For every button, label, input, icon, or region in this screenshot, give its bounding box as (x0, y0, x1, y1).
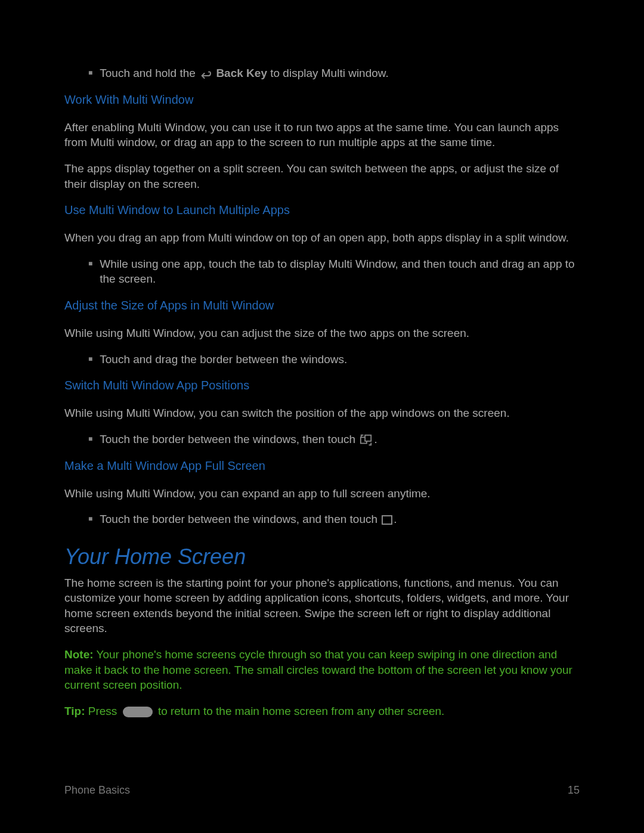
bullet-item: ■ Touch and hold the Back Key to display… (88, 66, 580, 81)
sub-heading: Make a Multi Window App Full Screen (64, 458, 580, 474)
body-text: The apps display together on a split scr… (64, 161, 580, 191)
bullet-marker: ■ (88, 434, 92, 447)
sub-heading: Switch Multi Window App Positions (64, 377, 580, 394)
bullet-text: Touch and hold the Back Key to display M… (100, 66, 580, 81)
body-text: While using Multi Window, you can expand… (64, 486, 580, 501)
bullet-text: While using one app, touch the tab to di… (100, 256, 580, 287)
footer-page-number: 15 (568, 783, 580, 797)
note-label: Note: (64, 648, 94, 661)
text-fragment: Press (85, 705, 120, 717)
sub-heading: Adjust the Size of Apps in Multi Window (64, 298, 580, 314)
home-button-icon (123, 707, 153, 717)
text-fragment: . (394, 513, 397, 525)
note-text: Your phone's home screens cycle through … (64, 648, 572, 691)
document-page: ■ Touch and hold the Back Key to display… (0, 0, 644, 719)
body-text: While using Multi Window, you can switch… (64, 405, 580, 421)
bullet-item: ■ Touch and drag the border between the … (88, 352, 580, 367)
bullet-marker: ■ (88, 514, 92, 527)
sub-heading: Use Multi Window to Launch Multiple Apps (64, 202, 580, 218)
page-footer: Phone Basics 15 (64, 783, 580, 797)
bullet-marker: ■ (88, 354, 92, 367)
tip-block: Tip: Press to return to the main home sc… (64, 704, 580, 719)
sub-heading: Work With Multi Window (64, 92, 580, 108)
body-text: While using Multi Window, you can adjust… (64, 326, 580, 341)
body-text: When you drag an app from Multi window o… (64, 230, 580, 246)
back-icon (200, 69, 212, 79)
text-fragment: Touch and hold the (100, 67, 199, 79)
fullscreen-icon (382, 515, 392, 525)
note-block: Note: Your phone's home screens cycle th… (64, 647, 580, 693)
bullet-text: Touch the border between the windows, th… (100, 432, 580, 447)
text-fragment: . (374, 433, 377, 445)
text-fragment: Touch the border between the windows, th… (100, 433, 358, 445)
bullet-text: Touch the border between the windows, an… (100, 512, 580, 527)
bullet-item: ■ While using one app, touch the tab to … (88, 256, 580, 287)
bullet-marker: ■ (88, 259, 92, 287)
text-fragment: Touch the border between the windows, an… (100, 513, 380, 525)
svg-rect-1 (366, 435, 371, 441)
tip-label: Tip: (64, 705, 85, 717)
section-heading: Your Home Screen (64, 543, 580, 572)
bullet-item: ■ Touch the border between the windows, … (88, 512, 580, 527)
body-text: The home screen is the starting point fo… (64, 575, 580, 637)
bullet-marker: ■ (88, 68, 92, 81)
bullet-text: Touch and drag the border between the wi… (100, 352, 580, 367)
text-fragment: to return to the main home screen from a… (155, 705, 445, 717)
body-text: After enabling Multi Window, you can use… (64, 120, 580, 150)
bullet-item: ■ Touch the border between the windows, … (88, 432, 580, 447)
back-key-label: Back Key (216, 67, 267, 79)
footer-section-name: Phone Basics (64, 783, 130, 797)
swap-windows-icon (360, 433, 373, 447)
text-fragment: to display Multi window. (267, 67, 389, 79)
